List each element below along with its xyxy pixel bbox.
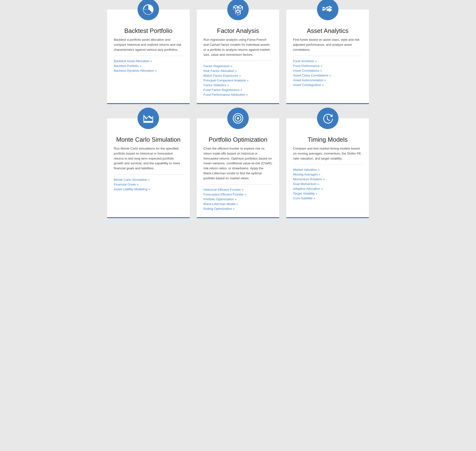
boxes-icon <box>227 0 249 20</box>
link-asset-analytics-1[interactable]: Fund Performance » <box>293 64 362 68</box>
link-monte-carlo-2[interactable]: Asset Liability Modeling » <box>114 188 183 191</box>
link-timing-models-5[interactable]: Target Volatility » <box>293 192 362 195</box>
card-timing-models: Timing ModelsCompare and test market tim… <box>286 118 369 218</box>
link-portfolio-optimization-2[interactable]: Portfolio Optimization » <box>204 197 273 201</box>
link-portfolio-optimization-1[interactable]: Forecasted Efficient Frontier » <box>204 193 273 196</box>
link-factor-analysis-0[interactable]: Factor Regression » <box>204 64 273 68</box>
card-divider-backtest-portfolio <box>114 56 183 56</box>
link-backtest-portfolio-2[interactable]: Backtest Dynamic Allocation » <box>114 69 183 72</box>
card-monte-carlo: Monte Carlo SimulationRun Monte Carlo si… <box>107 118 190 218</box>
card-links-factor-analysis: Factor Regression »Risk Factor Allocatio… <box>204 64 273 96</box>
card-desc-backtest-portfolio: Backtest a portfolio asset allocation an… <box>114 38 183 52</box>
pie-chart-icon <box>138 0 159 20</box>
svg-point-2 <box>237 117 239 119</box>
shuffle-icon <box>317 0 338 20</box>
card-desc-asset-analytics: Find funds based on asset class, style a… <box>293 38 362 52</box>
card-portfolio-optimization: Portfolio OptimizationChart the efficien… <box>197 118 279 218</box>
cards-row-1: Monte Carlo SimulationRun Monte Carlo si… <box>107 118 369 218</box>
card-links-asset-analytics: Fund Screener »Fund Performance »Asset C… <box>293 59 362 87</box>
link-monte-carlo-1[interactable]: Financial Goals » <box>114 183 183 186</box>
card-desc-factor-analysis: Run regression analysis using Fama-Frenc… <box>204 38 273 57</box>
link-factor-analysis-4[interactable]: Factor Statistics » <box>204 83 273 87</box>
link-portfolio-optimization-3[interactable]: Black-Litterman Model » <box>204 202 273 206</box>
area-chart-icon <box>138 108 159 129</box>
link-asset-analytics-3[interactable]: Asset Class Correlations » <box>293 74 362 77</box>
link-factor-analysis-6[interactable]: Fund Performance Attribution » <box>204 93 273 96</box>
card-title-portfolio-optimization: Portfolio Optimization <box>204 136 273 143</box>
link-backtest-portfolio-0[interactable]: Backtest Asset Allocation » <box>114 59 183 63</box>
card-title-asset-analytics: Asset Analytics <box>293 27 362 35</box>
target-icon <box>227 108 249 129</box>
link-asset-analytics-5[interactable]: Asset Cointegration » <box>293 83 362 87</box>
card-divider-factor-analysis <box>204 61 273 61</box>
link-timing-models-0[interactable]: Market Valuation » <box>293 168 362 171</box>
link-asset-analytics-4[interactable]: Asset Autocorrelation » <box>293 78 362 82</box>
card-divider-asset-analytics <box>293 56 362 56</box>
link-portfolio-optimization-4[interactable]: Rolling Optimization » <box>204 207 273 211</box>
link-factor-analysis-2[interactable]: Match Factor Exposures » <box>204 74 273 77</box>
main-content: Backtest PortfolioBacktest a portfolio a… <box>107 10 369 218</box>
cards-row-0: Backtest PortfolioBacktest a portfolio a… <box>107 10 369 104</box>
link-asset-analytics-0[interactable]: Fund Screener » <box>293 59 362 63</box>
card-title-timing-models: Timing Models <box>293 136 362 143</box>
link-factor-analysis-3[interactable]: Principal Component Analysis » <box>204 79 273 82</box>
link-timing-models-4[interactable]: Adaptive Allocation » <box>293 187 362 190</box>
link-timing-models-6[interactable]: Core-Satellite » <box>293 196 362 200</box>
card-title-factor-analysis: Factor Analysis <box>204 27 273 35</box>
link-timing-models-3[interactable]: Dual Momentum » <box>293 182 362 186</box>
link-factor-analysis-5[interactable]: Fund Factor Regressions » <box>204 88 273 92</box>
link-asset-analytics-2[interactable]: Asset Correlations » <box>293 69 362 72</box>
card-backtest-portfolio: Backtest PortfolioBacktest a portfolio a… <box>107 10 190 104</box>
link-backtest-portfolio-1[interactable]: Backtest Portfolio » <box>114 64 183 68</box>
link-timing-models-1[interactable]: Moving Averages » <box>293 173 362 176</box>
card-desc-monte-carlo: Run Monte Carlo simulations for the spec… <box>114 146 183 171</box>
link-portfolio-optimization-0[interactable]: Historical Efficient Frontier » <box>204 188 273 191</box>
card-links-monte-carlo: Monte Carlo Simulation »Financial Goals … <box>114 178 183 191</box>
card-divider-portfolio-optimization <box>204 184 273 185</box>
card-title-monte-carlo: Monte Carlo Simulation <box>114 136 183 143</box>
card-title-backtest-portfolio: Backtest Portfolio <box>114 27 183 35</box>
card-factor-analysis: Factor AnalysisRun regression analysis u… <box>197 10 279 104</box>
link-factor-analysis-1[interactable]: Risk Factor Allocation » <box>204 69 273 73</box>
link-timing-models-2[interactable]: Momentum Rotation » <box>293 177 362 181</box>
card-links-backtest-portfolio: Backtest Asset Allocation »Backtest Port… <box>114 59 183 72</box>
card-divider-monte-carlo <box>114 174 183 175</box>
card-asset-analytics: Asset AnalyticsFind funds based on asset… <box>286 10 369 104</box>
card-divider-timing-models <box>293 164 362 164</box>
history-icon <box>317 108 338 129</box>
card-desc-portfolio-optimization: Chart the efficient frontier to explore … <box>204 146 273 181</box>
card-links-portfolio-optimization: Historical Efficient Frontier »Forecaste… <box>204 188 273 211</box>
card-links-timing-models: Market Valuation »Moving Averages »Momen… <box>293 168 362 200</box>
link-monte-carlo-0[interactable]: Monte Carlo Simulation » <box>114 178 183 182</box>
card-desc-timing-models: Compare and test market timing models ba… <box>293 146 362 161</box>
